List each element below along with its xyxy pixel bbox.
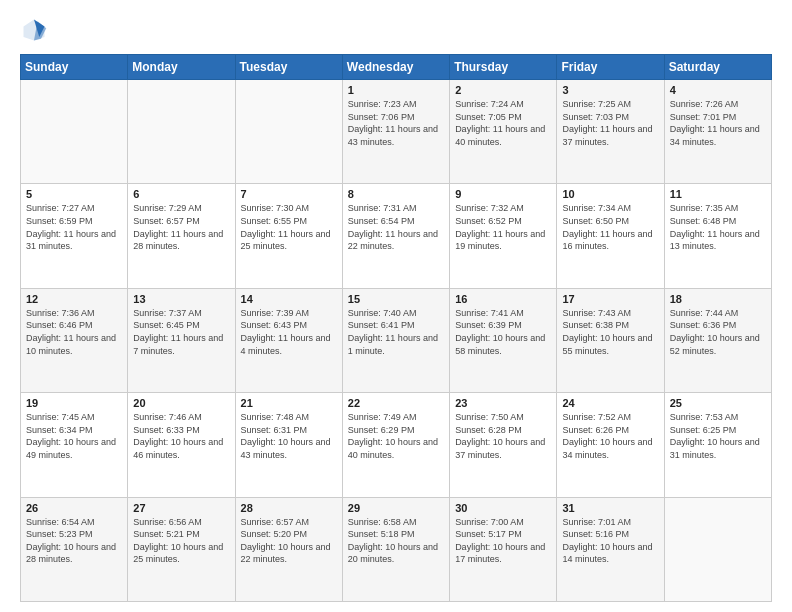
calendar-cell: 9Sunrise: 7:32 AM Sunset: 6:52 PM Daylig… bbox=[450, 184, 557, 288]
day-number: 17 bbox=[562, 293, 658, 305]
cell-content: Sunrise: 7:25 AM Sunset: 7:03 PM Dayligh… bbox=[562, 98, 658, 148]
day-number: 15 bbox=[348, 293, 444, 305]
cell-content: Sunrise: 7:32 AM Sunset: 6:52 PM Dayligh… bbox=[455, 202, 551, 252]
day-number: 29 bbox=[348, 502, 444, 514]
day-number: 19 bbox=[26, 397, 122, 409]
calendar-week-row: 26Sunrise: 6:54 AM Sunset: 5:23 PM Dayli… bbox=[21, 497, 772, 601]
cell-content: Sunrise: 7:41 AM Sunset: 6:39 PM Dayligh… bbox=[455, 307, 551, 357]
cell-content: Sunrise: 7:26 AM Sunset: 7:01 PM Dayligh… bbox=[670, 98, 766, 148]
day-number: 18 bbox=[670, 293, 766, 305]
day-number: 20 bbox=[133, 397, 229, 409]
calendar-cell: 27Sunrise: 6:56 AM Sunset: 5:21 PM Dayli… bbox=[128, 497, 235, 601]
day-number: 25 bbox=[670, 397, 766, 409]
day-header-saturday: Saturday bbox=[664, 55, 771, 80]
calendar-week-row: 19Sunrise: 7:45 AM Sunset: 6:34 PM Dayli… bbox=[21, 393, 772, 497]
calendar-cell: 21Sunrise: 7:48 AM Sunset: 6:31 PM Dayli… bbox=[235, 393, 342, 497]
day-number: 28 bbox=[241, 502, 337, 514]
day-header-monday: Monday bbox=[128, 55, 235, 80]
day-number: 8 bbox=[348, 188, 444, 200]
calendar-cell bbox=[664, 497, 771, 601]
cell-content: Sunrise: 7:30 AM Sunset: 6:55 PM Dayligh… bbox=[241, 202, 337, 252]
cell-content: Sunrise: 7:00 AM Sunset: 5:17 PM Dayligh… bbox=[455, 516, 551, 566]
day-header-sunday: Sunday bbox=[21, 55, 128, 80]
day-header-wednesday: Wednesday bbox=[342, 55, 449, 80]
calendar-cell: 17Sunrise: 7:43 AM Sunset: 6:38 PM Dayli… bbox=[557, 288, 664, 392]
day-header-tuesday: Tuesday bbox=[235, 55, 342, 80]
calendar-cell: 25Sunrise: 7:53 AM Sunset: 6:25 PM Dayli… bbox=[664, 393, 771, 497]
calendar-cell bbox=[235, 80, 342, 184]
cell-content: Sunrise: 6:57 AM Sunset: 5:20 PM Dayligh… bbox=[241, 516, 337, 566]
cell-content: Sunrise: 6:56 AM Sunset: 5:21 PM Dayligh… bbox=[133, 516, 229, 566]
logo bbox=[20, 16, 52, 44]
day-number: 5 bbox=[26, 188, 122, 200]
calendar-cell: 29Sunrise: 6:58 AM Sunset: 5:18 PM Dayli… bbox=[342, 497, 449, 601]
calendar-cell: 13Sunrise: 7:37 AM Sunset: 6:45 PM Dayli… bbox=[128, 288, 235, 392]
day-number: 6 bbox=[133, 188, 229, 200]
day-number: 7 bbox=[241, 188, 337, 200]
cell-content: Sunrise: 7:31 AM Sunset: 6:54 PM Dayligh… bbox=[348, 202, 444, 252]
cell-content: Sunrise: 7:46 AM Sunset: 6:33 PM Dayligh… bbox=[133, 411, 229, 461]
calendar-cell: 8Sunrise: 7:31 AM Sunset: 6:54 PM Daylig… bbox=[342, 184, 449, 288]
calendar-cell: 4Sunrise: 7:26 AM Sunset: 7:01 PM Daylig… bbox=[664, 80, 771, 184]
calendar-week-row: 12Sunrise: 7:36 AM Sunset: 6:46 PM Dayli… bbox=[21, 288, 772, 392]
day-number: 27 bbox=[133, 502, 229, 514]
calendar-cell bbox=[128, 80, 235, 184]
calendar-cell: 10Sunrise: 7:34 AM Sunset: 6:50 PM Dayli… bbox=[557, 184, 664, 288]
calendar-cell: 23Sunrise: 7:50 AM Sunset: 6:28 PM Dayli… bbox=[450, 393, 557, 497]
calendar-cell: 7Sunrise: 7:30 AM Sunset: 6:55 PM Daylig… bbox=[235, 184, 342, 288]
calendar-cell: 20Sunrise: 7:46 AM Sunset: 6:33 PM Dayli… bbox=[128, 393, 235, 497]
day-number: 21 bbox=[241, 397, 337, 409]
cell-content: Sunrise: 7:23 AM Sunset: 7:06 PM Dayligh… bbox=[348, 98, 444, 148]
calendar-cell: 28Sunrise: 6:57 AM Sunset: 5:20 PM Dayli… bbox=[235, 497, 342, 601]
day-number: 2 bbox=[455, 84, 551, 96]
cell-content: Sunrise: 7:44 AM Sunset: 6:36 PM Dayligh… bbox=[670, 307, 766, 357]
calendar-week-row: 5Sunrise: 7:27 AM Sunset: 6:59 PM Daylig… bbox=[21, 184, 772, 288]
cell-content: Sunrise: 7:45 AM Sunset: 6:34 PM Dayligh… bbox=[26, 411, 122, 461]
day-number: 22 bbox=[348, 397, 444, 409]
day-number: 23 bbox=[455, 397, 551, 409]
cell-content: Sunrise: 7:01 AM Sunset: 5:16 PM Dayligh… bbox=[562, 516, 658, 566]
calendar-table: SundayMondayTuesdayWednesdayThursdayFrid… bbox=[20, 54, 772, 602]
cell-content: Sunrise: 7:24 AM Sunset: 7:05 PM Dayligh… bbox=[455, 98, 551, 148]
day-number: 9 bbox=[455, 188, 551, 200]
cell-content: Sunrise: 7:49 AM Sunset: 6:29 PM Dayligh… bbox=[348, 411, 444, 461]
cell-content: Sunrise: 6:54 AM Sunset: 5:23 PM Dayligh… bbox=[26, 516, 122, 566]
cell-content: Sunrise: 7:35 AM Sunset: 6:48 PM Dayligh… bbox=[670, 202, 766, 252]
page-header bbox=[20, 16, 772, 44]
calendar-cell: 22Sunrise: 7:49 AM Sunset: 6:29 PM Dayli… bbox=[342, 393, 449, 497]
calendar-cell: 18Sunrise: 7:44 AM Sunset: 6:36 PM Dayli… bbox=[664, 288, 771, 392]
day-header-thursday: Thursday bbox=[450, 55, 557, 80]
calendar-cell: 31Sunrise: 7:01 AM Sunset: 5:16 PM Dayli… bbox=[557, 497, 664, 601]
calendar-cell: 24Sunrise: 7:52 AM Sunset: 6:26 PM Dayli… bbox=[557, 393, 664, 497]
day-number: 24 bbox=[562, 397, 658, 409]
calendar-cell: 14Sunrise: 7:39 AM Sunset: 6:43 PM Dayli… bbox=[235, 288, 342, 392]
day-number: 26 bbox=[26, 502, 122, 514]
day-header-friday: Friday bbox=[557, 55, 664, 80]
calendar-header-row: SundayMondayTuesdayWednesdayThursdayFrid… bbox=[21, 55, 772, 80]
day-number: 4 bbox=[670, 84, 766, 96]
calendar-cell bbox=[21, 80, 128, 184]
calendar-week-row: 1Sunrise: 7:23 AM Sunset: 7:06 PM Daylig… bbox=[21, 80, 772, 184]
cell-content: Sunrise: 6:58 AM Sunset: 5:18 PM Dayligh… bbox=[348, 516, 444, 566]
day-number: 11 bbox=[670, 188, 766, 200]
day-number: 10 bbox=[562, 188, 658, 200]
calendar-cell: 3Sunrise: 7:25 AM Sunset: 7:03 PM Daylig… bbox=[557, 80, 664, 184]
calendar-cell: 19Sunrise: 7:45 AM Sunset: 6:34 PM Dayli… bbox=[21, 393, 128, 497]
cell-content: Sunrise: 7:36 AM Sunset: 6:46 PM Dayligh… bbox=[26, 307, 122, 357]
cell-content: Sunrise: 7:43 AM Sunset: 6:38 PM Dayligh… bbox=[562, 307, 658, 357]
logo-icon bbox=[20, 16, 48, 44]
cell-content: Sunrise: 7:29 AM Sunset: 6:57 PM Dayligh… bbox=[133, 202, 229, 252]
calendar-cell: 1Sunrise: 7:23 AM Sunset: 7:06 PM Daylig… bbox=[342, 80, 449, 184]
cell-content: Sunrise: 7:53 AM Sunset: 6:25 PM Dayligh… bbox=[670, 411, 766, 461]
calendar-cell: 2Sunrise: 7:24 AM Sunset: 7:05 PM Daylig… bbox=[450, 80, 557, 184]
calendar-cell: 12Sunrise: 7:36 AM Sunset: 6:46 PM Dayli… bbox=[21, 288, 128, 392]
day-number: 30 bbox=[455, 502, 551, 514]
calendar-cell: 5Sunrise: 7:27 AM Sunset: 6:59 PM Daylig… bbox=[21, 184, 128, 288]
calendar-cell: 15Sunrise: 7:40 AM Sunset: 6:41 PM Dayli… bbox=[342, 288, 449, 392]
calendar-cell: 30Sunrise: 7:00 AM Sunset: 5:17 PM Dayli… bbox=[450, 497, 557, 601]
calendar-cell: 11Sunrise: 7:35 AM Sunset: 6:48 PM Dayli… bbox=[664, 184, 771, 288]
day-number: 14 bbox=[241, 293, 337, 305]
calendar-cell: 6Sunrise: 7:29 AM Sunset: 6:57 PM Daylig… bbox=[128, 184, 235, 288]
day-number: 1 bbox=[348, 84, 444, 96]
day-number: 12 bbox=[26, 293, 122, 305]
